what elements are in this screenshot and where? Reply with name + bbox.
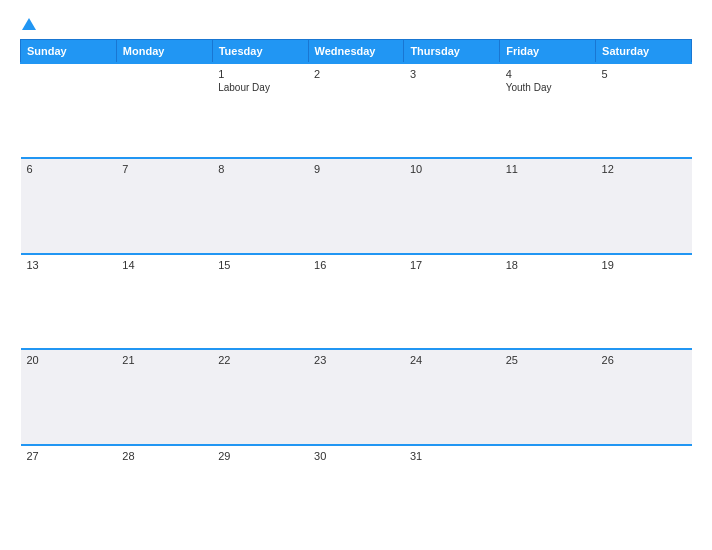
- day-header-saturday: Saturday: [596, 40, 692, 64]
- day-cell: 20: [21, 349, 117, 444]
- day-cell: 4Youth Day: [500, 63, 596, 158]
- day-cell: 30: [308, 445, 404, 540]
- day-number: 21: [122, 354, 206, 366]
- week-row-2: 6789101112: [21, 158, 692, 253]
- day-cell: 29: [212, 445, 308, 540]
- day-number: 20: [27, 354, 111, 366]
- calendar-header: [20, 18, 692, 31]
- week-row-5: 2728293031: [21, 445, 692, 540]
- day-cell: [116, 63, 212, 158]
- day-number: 17: [410, 259, 494, 271]
- day-number: 30: [314, 450, 398, 462]
- day-cell: 9: [308, 158, 404, 253]
- day-cell: 13: [21, 254, 117, 349]
- day-number: 28: [122, 450, 206, 462]
- day-cell: 22: [212, 349, 308, 444]
- day-number: 14: [122, 259, 206, 271]
- day-number: 4: [506, 68, 590, 80]
- calendar-page: SundayMondayTuesdayWednesdayThursdayFrid…: [0, 0, 712, 550]
- header-row: SundayMondayTuesdayWednesdayThursdayFrid…: [21, 40, 692, 64]
- day-cell: 15: [212, 254, 308, 349]
- day-number: 2: [314, 68, 398, 80]
- day-cell: 25: [500, 349, 596, 444]
- week-row-3: 13141516171819: [21, 254, 692, 349]
- day-cell: 3: [404, 63, 500, 158]
- day-number: 19: [602, 259, 686, 271]
- day-number: 18: [506, 259, 590, 271]
- day-number: 10: [410, 163, 494, 175]
- day-number: 12: [602, 163, 686, 175]
- day-cell: 8: [212, 158, 308, 253]
- day-cell: 6: [21, 158, 117, 253]
- day-cell: [21, 63, 117, 158]
- day-number: 11: [506, 163, 590, 175]
- day-cell: 5: [596, 63, 692, 158]
- day-cell: [500, 445, 596, 540]
- day-cell: 21: [116, 349, 212, 444]
- day-number: 16: [314, 259, 398, 271]
- week-row-4: 20212223242526: [21, 349, 692, 444]
- day-header-friday: Friday: [500, 40, 596, 64]
- day-number: 15: [218, 259, 302, 271]
- day-cell: 12: [596, 158, 692, 253]
- day-cell: [596, 445, 692, 540]
- day-header-sunday: Sunday: [21, 40, 117, 64]
- day-number: 3: [410, 68, 494, 80]
- day-header-thursday: Thursday: [404, 40, 500, 64]
- day-cell: 1Labour Day: [212, 63, 308, 158]
- calendar-table: SundayMondayTuesdayWednesdayThursdayFrid…: [20, 39, 692, 540]
- day-number: 24: [410, 354, 494, 366]
- week-row-1: 1Labour Day234Youth Day5: [21, 63, 692, 158]
- day-header-tuesday: Tuesday: [212, 40, 308, 64]
- day-number: 8: [218, 163, 302, 175]
- day-cell: 11: [500, 158, 596, 253]
- day-cell: 31: [404, 445, 500, 540]
- day-cell: 19: [596, 254, 692, 349]
- day-number: 7: [122, 163, 206, 175]
- day-number: 13: [27, 259, 111, 271]
- holiday-label: Labour Day: [218, 82, 302, 93]
- day-cell: 10: [404, 158, 500, 253]
- day-number: 22: [218, 354, 302, 366]
- day-cell: 18: [500, 254, 596, 349]
- day-number: 5: [602, 68, 686, 80]
- logo-triangle-icon: [22, 18, 36, 30]
- day-header-monday: Monday: [116, 40, 212, 64]
- day-number: 6: [27, 163, 111, 175]
- day-number: 29: [218, 450, 302, 462]
- day-number: 23: [314, 354, 398, 366]
- day-cell: 27: [21, 445, 117, 540]
- day-cell: 7: [116, 158, 212, 253]
- day-cell: 14: [116, 254, 212, 349]
- day-cell: 23: [308, 349, 404, 444]
- day-cell: 17: [404, 254, 500, 349]
- day-cell: 26: [596, 349, 692, 444]
- day-number: 27: [27, 450, 111, 462]
- holiday-label: Youth Day: [506, 82, 590, 93]
- day-cell: 16: [308, 254, 404, 349]
- day-number: 1: [218, 68, 302, 80]
- day-number: 25: [506, 354, 590, 366]
- day-cell: 28: [116, 445, 212, 540]
- logo: [20, 18, 36, 31]
- day-header-wednesday: Wednesday: [308, 40, 404, 64]
- logo-blue-text: [20, 18, 36, 31]
- day-number: 26: [602, 354, 686, 366]
- day-cell: 2: [308, 63, 404, 158]
- day-number: 31: [410, 450, 494, 462]
- day-cell: 24: [404, 349, 500, 444]
- day-number: 9: [314, 163, 398, 175]
